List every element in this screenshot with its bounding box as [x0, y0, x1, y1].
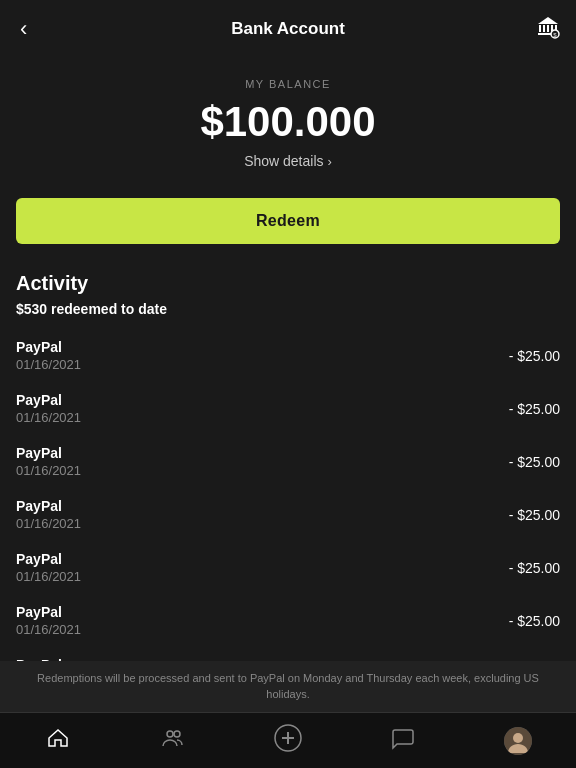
- transaction-name: PayPal: [16, 498, 81, 514]
- transaction-amount: - $25.00: [509, 560, 560, 576]
- transaction-name: PayPal: [16, 551, 81, 567]
- home-icon: [46, 726, 70, 756]
- transaction-info: PayPal 01/16/2021: [16, 604, 81, 637]
- transaction-info: PayPal 01/16/2021: [16, 498, 81, 531]
- transaction-item: PayPal 01/16/2021 - $25.00: [16, 541, 560, 594]
- transaction-info: PayPal 01/16/2021: [16, 445, 81, 478]
- transaction-amount: - $25.00: [509, 401, 560, 417]
- nav-groups[interactable]: [148, 716, 198, 766]
- redeem-button[interactable]: Redeem: [16, 198, 560, 244]
- transaction-date: 01/16/2021: [16, 516, 81, 531]
- chevron-right-icon: ›: [328, 154, 332, 169]
- transaction-info: PayPal 01/16/2021: [16, 339, 81, 372]
- transaction-item: PayPal 01/16/2021 - $25.00: [16, 382, 560, 435]
- transaction-name: PayPal: [16, 392, 81, 408]
- transaction-info: PayPal 01/16/2021: [16, 551, 81, 584]
- transaction-name: PayPal: [16, 445, 81, 461]
- transaction-amount: - $25.00: [509, 507, 560, 523]
- nav-add[interactable]: [263, 716, 313, 766]
- transaction-item: PayPal 01/16/2021 - $25.00: [16, 329, 560, 382]
- transaction-date: 01/16/2021: [16, 622, 81, 637]
- header-right: $: [520, 15, 560, 43]
- header: ‹ Bank Account $: [0, 0, 576, 58]
- header-left: ‹: [16, 12, 56, 46]
- transaction-name: PayPal: [16, 339, 81, 355]
- groups-icon: [161, 726, 185, 756]
- transaction-amount: - $25.00: [509, 348, 560, 364]
- redeemed-amount: $530: [16, 301, 47, 317]
- transaction-date: 01/16/2021: [16, 357, 81, 372]
- transaction-date: 01/16/2021: [16, 410, 81, 425]
- disclaimer-text: Redemptions will be processed and sent t…: [37, 672, 539, 699]
- svg-point-13: [513, 733, 523, 743]
- svg-point-9: [167, 731, 173, 737]
- svg-point-10: [174, 731, 180, 737]
- transaction-date: 01/16/2021: [16, 569, 81, 584]
- balance-amount: $100.000: [16, 98, 560, 146]
- back-button[interactable]: ‹: [16, 12, 31, 46]
- bank-icon: $: [536, 15, 560, 43]
- nav-home[interactable]: [33, 716, 83, 766]
- redeemed-label: redeemed to date: [51, 301, 167, 317]
- page-title: Bank Account: [56, 19, 520, 39]
- activity-title: Activity: [16, 272, 560, 295]
- disclaimer: Redemptions will be processed and sent t…: [0, 661, 576, 712]
- nav-profile[interactable]: [493, 716, 543, 766]
- show-details-text: Show details: [244, 153, 323, 169]
- transaction-amount: - $25.00: [509, 613, 560, 629]
- svg-rect-1: [543, 25, 545, 32]
- redeem-section: Redeem: [0, 186, 576, 256]
- activity-section: Activity $530 redeemed to date PayPal 01…: [0, 256, 576, 719]
- redeemed-total: $530 redeemed to date: [16, 301, 560, 317]
- transaction-info: PayPal 01/16/2021: [16, 392, 81, 425]
- transaction-item: PayPal 01/16/2021 - $25.00: [16, 488, 560, 541]
- balance-section: MY BALANCE $100.000 Show details ›: [0, 58, 576, 186]
- avatar: [504, 727, 532, 755]
- add-icon: [274, 724, 302, 758]
- chat-icon: [391, 726, 415, 756]
- svg-marker-6: [538, 17, 558, 24]
- transaction-item: PayPal 01/16/2021 - $25.00: [16, 594, 560, 647]
- bottom-nav: [0, 712, 576, 768]
- transaction-item: PayPal 01/16/2021 - $25.00: [16, 435, 560, 488]
- transaction-amount: - $25.00: [509, 454, 560, 470]
- transaction-date: 01/16/2021: [16, 463, 81, 478]
- nav-chat[interactable]: [378, 716, 428, 766]
- show-details-button[interactable]: Show details ›: [244, 153, 332, 169]
- svg-rect-2: [547, 25, 549, 32]
- transaction-name: PayPal: [16, 604, 81, 620]
- balance-label: MY BALANCE: [16, 78, 560, 90]
- svg-rect-0: [539, 25, 541, 32]
